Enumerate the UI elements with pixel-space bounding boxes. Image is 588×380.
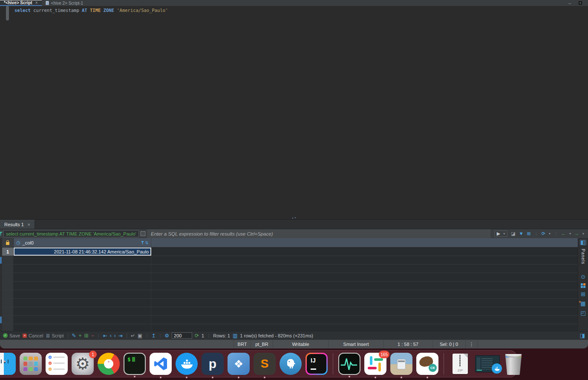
trash-dock-icon[interactable] (504, 353, 523, 375)
terminal-dock-icon[interactable]: $ (124, 353, 146, 375)
activity-monitor-dock-icon[interactable] (338, 353, 360, 375)
script-button[interactable]: ≣ Script (46, 333, 63, 339)
delete-row-icon[interactable]: − (91, 333, 94, 338)
chevron-down-icon[interactable]: ▾ (569, 231, 571, 236)
value-viewer-icon[interactable]: ⊙ (581, 274, 585, 280)
sql-editor[interactable]: select current_timestamp AT TIME ZONE 'A… (0, 6, 588, 216)
close-icon[interactable]: × (35, 0, 38, 5)
expand-filter-icon[interactable] (141, 231, 145, 236)
splitter-up-icon[interactable]: ▴ (292, 216, 293, 219)
previous-page-icon[interactable]: ‹ (110, 333, 112, 338)
slack-dock-icon[interactable]: 165 (364, 353, 386, 375)
overflow-dots-icon[interactable]: ⋮ (534, 232, 538, 236)
minimize-icon[interactable]: – (568, 1, 571, 5)
editor-results-splitter[interactable]: ▴ ▾ (0, 216, 588, 220)
tab-hive-script[interactable]: *<hive> Script × (0, 0, 42, 6)
grid-corner-cell[interactable] (2, 238, 14, 247)
selection-indicator[interactable]: Sel: 0 | 0 (432, 340, 465, 348)
reminders-dock-icon[interactable] (46, 353, 68, 375)
edit-cell-icon[interactable]: ✎ (72, 333, 76, 338)
add-row-icon[interactable]: + (79, 333, 82, 338)
row-number (2, 316, 14, 324)
empty-cell (14, 265, 151, 273)
caret-position-indicator[interactable]: 1 : 58 : 57 (383, 340, 432, 348)
erase-filter-icon[interactable]: ◪ (511, 231, 515, 236)
first-page-icon[interactable]: ⇤ (103, 333, 107, 338)
statusbar-overflow-icon[interactable]: ⋮ (465, 340, 477, 348)
plus-icon: + (579, 299, 581, 305)
chevron-down-icon[interactable]: ▾ (503, 231, 505, 236)
system-preferences-dock-icon[interactable]: ⚙ 1 (72, 353, 94, 375)
back-icon[interactable]: ← (561, 231, 566, 236)
next-page-icon[interactable]: › (114, 333, 116, 338)
fetch-size-input[interactable] (172, 332, 192, 339)
script-icon: ≣ (46, 333, 50, 339)
dbeaver-dock-icon[interactable]: CE (416, 353, 438, 375)
overflow-dots-icon[interactable]: ⋮ (145, 334, 149, 338)
zoom-value-icon[interactable]: ▣ (138, 333, 142, 338)
launchpad-dock-icon[interactable] (20, 353, 42, 375)
tab-hive2-script1[interactable]: <hive 2> Script-1 (42, 0, 87, 6)
calculator-panel-icon[interactable]: ⊞ (581, 291, 585, 297)
chevron-down-icon[interactable]: ▾ (582, 231, 584, 236)
chevron-down-icon[interactable]: ▾ (549, 231, 551, 236)
refresh-icon[interactable]: ⟳ (542, 231, 545, 236)
results-grid[interactable]: ◷ _col0 ⇅ 1 2021-11-08 21:46:32.142 Amer… (2, 238, 578, 331)
metadata-panel-icon[interactable]: ▦+ (580, 301, 585, 307)
save-button[interactable]: ✓ Save (3, 333, 20, 338)
cell-col0-row1[interactable]: 2021-11-08 21:46:32.142 America/Sao_Paul… (14, 248, 151, 256)
flip-rows-icon[interactable]: ↵ (131, 333, 135, 338)
export-data-icon[interactable]: ↥ (151, 333, 156, 338)
p-app-dock-icon[interactable]: p (202, 353, 224, 375)
tab-results-1[interactable]: Results 1 × (0, 220, 35, 229)
overflow-dots-icon[interactable]: ⋮ (554, 232, 558, 236)
panels-toggle-icon[interactable]: ◧ (579, 239, 586, 245)
toggle-panels-icon[interactable]: ◨ (580, 332, 585, 339)
play-icon[interactable]: ▶ (497, 231, 500, 236)
column-header-col0[interactable]: ◷ _col0 ⇅ (14, 238, 151, 247)
filter-query-box[interactable]: select current_timestamp AT TIME ZONE 'A… (3, 230, 139, 237)
grid-row-1[interactable]: 1 2021-11-08 21:46:32.142 America/Sao_Pa… (2, 248, 578, 256)
finder-dock-icon[interactable] (0, 353, 16, 375)
row-number[interactable]: 1 (2, 248, 14, 256)
locale-indicator[interactable]: pt_BR (251, 340, 273, 348)
settings-gear-icon[interactable]: ⚙ (164, 333, 169, 338)
close-icon[interactable]: × (28, 222, 30, 227)
sublime-text-dock-icon[interactable]: S (254, 353, 276, 375)
chrome-dock-icon[interactable] (98, 353, 120, 375)
datetime-type-icon: ◷ (16, 240, 20, 245)
save-label: Save (9, 333, 20, 338)
sql-keyword: ZONE (104, 8, 114, 13)
dbeaver-window: *<hive> Script × <hive 2> Script-1 – sel… (0, 0, 588, 348)
forward-icon[interactable]: → (574, 231, 579, 236)
duplicate-row-icon[interactable]: ⊞ (84, 333, 89, 338)
photo-jar-app-dock-icon[interactable] (390, 353, 412, 375)
zip-file-dock-icon[interactable]: ZIP (449, 353, 471, 375)
grid-empty-row (2, 307, 578, 316)
postgres-dock-icon[interactable] (280, 353, 302, 375)
overflow-dots-icon[interactable]: ⋮ (97, 334, 101, 338)
minimized-window-dock-icon[interactable] (475, 355, 500, 372)
timezone-indicator[interactable]: BRT (233, 340, 251, 348)
intellij-dock-icon[interactable]: IJ (306, 353, 328, 375)
save-filter-icon[interactable]: ⊞ (527, 231, 531, 236)
cancel-button[interactable]: ✕ Cancel (23, 333, 43, 338)
insert-mode-indicator[interactable]: Smart Insert (328, 340, 383, 348)
aperture-app-dock-icon[interactable]: ❖ (228, 353, 250, 375)
writable-indicator[interactable]: Writable (273, 340, 328, 348)
maximize-icon[interactable] (579, 1, 582, 5)
layout-panel-icon[interactable]: ◰ (580, 310, 585, 316)
refresh-icon[interactable]: ⟳ (195, 333, 199, 338)
overflow-dots-icon[interactable]: ⋮ (207, 334, 210, 338)
filter-expression-input[interactable] (147, 229, 490, 238)
filter-settings-icon[interactable]: ▼ (519, 231, 524, 236)
empty-cell (14, 316, 151, 324)
last-page-icon[interactable]: ⇥ (118, 333, 123, 338)
vscode-dock-icon[interactable] (150, 353, 172, 375)
grid-view-icon[interactable] (581, 283, 585, 288)
column-filter-button[interactable]: ⇅ (141, 241, 148, 245)
overflow-dots-icon[interactable]: ⋮ (158, 334, 162, 338)
splitter-down-icon[interactable]: ▾ (295, 216, 296, 219)
apply-filter-split-button[interactable]: ▶ ▾ (494, 230, 507, 237)
docker-dock-icon[interactable] (176, 353, 198, 375)
